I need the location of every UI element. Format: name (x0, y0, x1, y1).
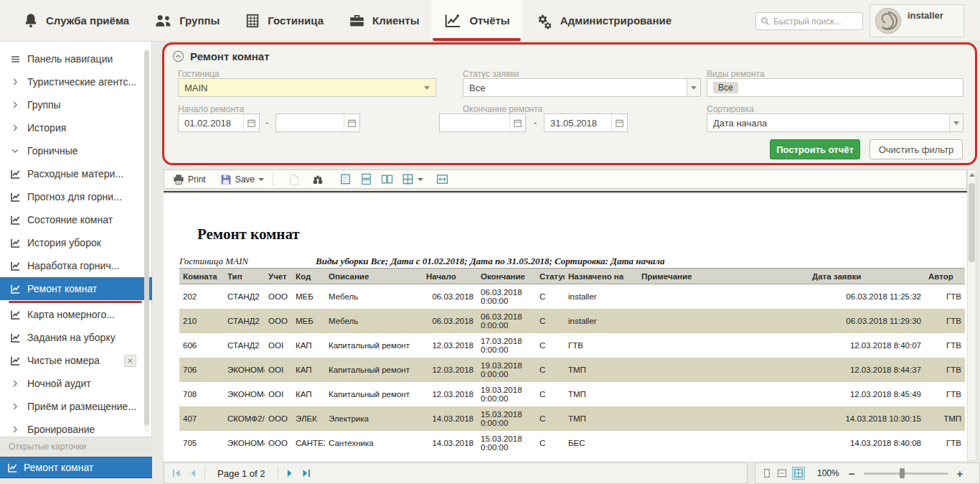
nav-tab-clients[interactable]: Клиенты (336, 0, 431, 41)
save-button[interactable]: Save (219, 173, 265, 186)
sidebar-item-room-repairs[interactable]: Ремонт комнат (0, 277, 152, 300)
sidebar-item-cleaning-history[interactable]: История уборок (0, 231, 152, 254)
column-header-end[interactable]: Окончание (477, 269, 536, 284)
start-date-to-input[interactable] (275, 113, 360, 132)
end-date-from-input[interactable] (439, 113, 526, 132)
first-page-button[interactable] (171, 468, 182, 478)
sidebar-item-travel-agencies[interactable]: Туристические агентс... (0, 70, 152, 93)
view-continuous-button[interactable] (359, 172, 374, 186)
table-row[interactable]: 210СТАНД2ОООМЕБМебель06.03.201806.03.201… (179, 309, 965, 333)
sidebar-item-reception-accommodation[interactable]: Приём и размещение... (0, 395, 152, 418)
column-header-note[interactable]: Примечание (638, 269, 809, 284)
calendar-icon[interactable] (344, 114, 357, 131)
open-card-room-repairs[interactable]: Ремонт комнат (0, 457, 152, 478)
sidebar: Панель навигацииТуристические агентс...Г… (0, 42, 152, 484)
table-cell: С (536, 358, 565, 382)
nav-tab-groups[interactable]: Группы (141, 0, 232, 41)
fit-page-button[interactable] (777, 468, 787, 478)
find-button[interactable] (311, 173, 325, 186)
sidebar-item-maids-forecast[interactable]: Прогноз для горни... (0, 185, 152, 208)
sidebar-item-history[interactable]: История (0, 116, 152, 139)
start-date-from-input[interactable] (178, 113, 260, 132)
sidebar-scrollbar-thumb[interactable] (144, 50, 149, 425)
column-header-assigned-to[interactable]: Назначено на (565, 269, 638, 284)
end-date-to-input[interactable] (544, 113, 628, 132)
view-grid-button[interactable] (400, 172, 425, 186)
prev-page-button[interactable] (188, 468, 198, 478)
column-header-start[interactable]: Начало (423, 269, 477, 284)
scroll-up-button[interactable] (969, 173, 975, 177)
build-report-button[interactable]: Построить отчёт (770, 139, 860, 159)
print-button[interactable]: Print (171, 173, 207, 186)
fit-width-button[interactable] (435, 172, 450, 186)
last-page-button[interactable] (301, 468, 311, 478)
calendar-icon[interactable] (509, 114, 522, 131)
sidebar-item-maids-output[interactable]: Наработка горнич... (0, 254, 152, 277)
table-cell: 06.03.2018 0:00:00 (477, 284, 536, 309)
chart-icon (9, 238, 21, 248)
sidebar-item-night-audit[interactable]: Ночной аудит (0, 372, 152, 395)
table-row[interactable]: 202СТАНД2ОООМЕБМебель06.03.201806.03.201… (179, 284, 965, 309)
report-scrollbar[interactable] (967, 169, 976, 461)
nav-tab-hotel[interactable]: Гостиница (232, 0, 336, 41)
table-row[interactable]: 706ЭКОНОМ4ООIКАПКапитальный ремонт12.03.… (179, 358, 965, 382)
column-header-status[interactable]: Статус (536, 269, 565, 284)
single-page-view-button[interactable] (762, 468, 772, 478)
report-scrollbar-thumb[interactable] (969, 183, 975, 262)
repair-types-input[interactable]: Все (707, 78, 963, 97)
search-icon (760, 17, 770, 26)
column-header-code[interactable]: Код (292, 269, 325, 284)
collapse-panel-icon[interactable] (172, 50, 184, 62)
column-header-type[interactable]: Тип (224, 269, 265, 284)
sidebar-item-groups[interactable]: Группы (0, 93, 152, 116)
sort-select[interactable]: Дата начала (707, 113, 963, 132)
end-date-to-value[interactable] (550, 118, 611, 129)
table-cell: СКОМФ2/ (224, 406, 265, 431)
nav-tab-reception[interactable]: Служба приёма (10, 0, 141, 41)
table-row[interactable]: 407СКОМФ2/ОООЭЛЕКЭлектрика14.03.201815.0… (179, 406, 965, 431)
nav-tab-reports[interactable]: Отчёты (431, 0, 522, 41)
column-header-author[interactable]: Автор (925, 269, 965, 284)
user-panel[interactable]: installer (870, 4, 964, 37)
sidebar-item-navigation-panel[interactable]: Панель навигации (0, 47, 152, 70)
column-header-account[interactable]: Учет (265, 269, 292, 284)
zoom-out-button[interactable]: − (849, 467, 855, 480)
chevron-down-icon[interactable] (949, 114, 963, 131)
sidebar-item-clean-rooms[interactable]: Чистые номера✕ (0, 349, 152, 372)
end-date-from-value[interactable] (446, 118, 509, 129)
sidebar-item-cleaning-tasks[interactable]: Задания на уборку (0, 326, 152, 349)
table-cell: С (536, 309, 565, 333)
sidebar-scrollbar[interactable] (144, 49, 149, 432)
sidebar-item-consumables[interactable]: Расходные матери... (0, 162, 152, 185)
next-page-button[interactable] (285, 468, 295, 478)
start-date-from-value[interactable] (184, 118, 243, 129)
calendar-icon[interactable] (243, 114, 256, 131)
grid-view-button[interactable] (792, 467, 805, 480)
column-header-room[interactable]: Комната (179, 269, 224, 284)
table-row[interactable]: 708ЭКОНОМ4ООIКАПКапитальный ремонт12.03.… (179, 382, 965, 406)
start-date-to-value[interactable] (282, 118, 344, 129)
status-select[interactable]: Все (463, 78, 701, 97)
hotel-select[interactable]: MAIN (178, 78, 436, 97)
view-facing-button[interactable] (380, 172, 395, 186)
sidebar-item-maids[interactable]: Горничные (0, 139, 152, 162)
close-icon[interactable]: ✕ (124, 355, 136, 367)
column-header-description[interactable]: Описание (325, 269, 423, 284)
zoom-in-button[interactable]: + (956, 467, 963, 480)
table-row[interactable]: 606СТАНД2ООIКАПКапитальный ремонт12.03.2… (179, 333, 965, 358)
sidebar-item-room-status[interactable]: Состояние комнат (0, 208, 152, 231)
clear-filter-button[interactable]: Очистить фильтр (870, 139, 963, 159)
chevron-down-icon[interactable] (687, 79, 700, 96)
zoom-slider-thumb[interactable] (900, 468, 905, 478)
calendar-icon[interactable] (611, 114, 624, 131)
column-header-request-date[interactable]: Дата заявки (809, 269, 925, 284)
search-input[interactable] (773, 17, 858, 27)
sidebar-item-label: Группы (27, 99, 61, 111)
view-single-page-button[interactable] (338, 172, 353, 186)
nav-tab-administration[interactable]: Администрирование (522, 0, 684, 41)
table-row[interactable]: 705ЭКОНОМ4ОООСАНТЕХСантехника14.03.20181… (179, 431, 965, 455)
zoom-slider[interactable] (864, 467, 948, 479)
table-cell: 12.03.2018 8:40:07 (809, 333, 925, 358)
sidebar-item-booking[interactable]: Бронирование (0, 418, 152, 438)
sidebar-item-room-map[interactable]: Карта номерного... (0, 303, 152, 326)
